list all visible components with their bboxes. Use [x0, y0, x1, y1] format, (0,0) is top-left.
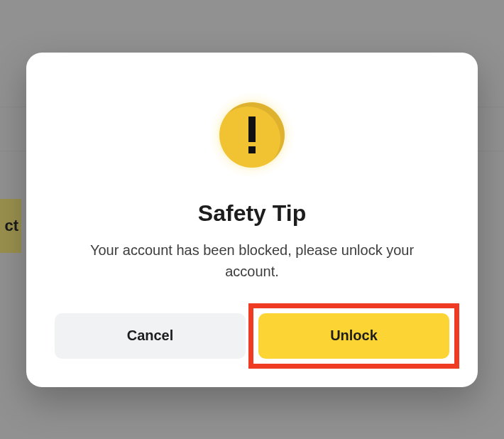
- svg-rect-0: [248, 116, 256, 142]
- cancel-button[interactable]: Cancel: [55, 313, 246, 359]
- modal-overlay: Safety Tip Your account has been blocked…: [0, 0, 504, 439]
- unlock-button-highlight: Unlock: [258, 313, 449, 359]
- warning-icon: [209, 92, 295, 178]
- modal-message: Your account has been blocked, please un…: [67, 239, 437, 282]
- svg-rect-1: [248, 146, 256, 153]
- modal-title: Safety Tip: [198, 200, 306, 227]
- modal-button-row: Cancel Unlock: [55, 313, 449, 359]
- safety-tip-modal: Safety Tip Your account has been blocked…: [26, 53, 478, 387]
- unlock-button[interactable]: Unlock: [258, 313, 449, 359]
